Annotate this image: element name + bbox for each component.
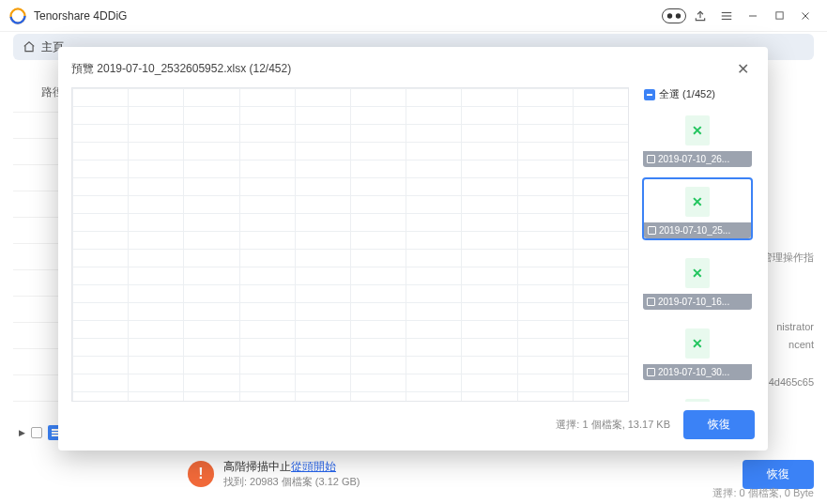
share-icon[interactable] [688, 4, 712, 28]
thumbnail-checkbox[interactable] [647, 298, 655, 306]
thumbnail-item[interactable]: 2019-07-10_16... [642, 250, 753, 311]
xlsx-icon [685, 258, 710, 288]
thumbnail-label: 2019-07-10_16... [643, 294, 752, 310]
thumbnail-panel: 全選 (1/452) 2019-07-10_26...2019-07-10_25… [642, 87, 755, 402]
bg-text: ncent [762, 337, 814, 354]
warning-icon: ! [188, 461, 214, 487]
thumbnail-checkbox[interactable] [647, 155, 655, 163]
modal-footer: 選擇: 1 個檔案, 13.17 KB 恢復 [71, 402, 755, 439]
preview-modal: 預覽 2019-07-10_2532605952.xlsx (12/452) ✕… [58, 47, 768, 451]
robot-icon[interactable] [662, 4, 686, 28]
thumbnail-checkbox[interactable] [648, 226, 656, 235]
thumbnail-list[interactable]: 2019-07-10_26...2019-07-10_25...2019-07-… [642, 107, 755, 402]
xlsx-icon [685, 399, 710, 402]
select-all-row[interactable]: 全選 (1/452) [642, 87, 755, 101]
xlsx-icon [685, 115, 710, 145]
bg-right-column: 管理操作指 nistrator ncent 4d465c65 [762, 250, 814, 443]
selection-summary: 選擇: 0 個檔案, 0 Byte [712, 486, 814, 500]
thumbnail-label: 2019-07-10_26... [643, 151, 752, 167]
thumbnail-label: 2019-07-10_30... [643, 364, 752, 380]
svg-rect-8 [775, 12, 782, 19]
app-logo [9, 8, 26, 24]
maximize-icon[interactable] [767, 4, 791, 28]
scan-info: 高階掃描中止從頭開始 找到: 20983 個檔案 (3.12 GB) [223, 459, 360, 489]
thumbnail-item[interactable]: 2019-07-10_30... [642, 320, 753, 381]
xlsx-icon [685, 328, 710, 359]
svg-point-3 [676, 13, 681, 18]
modal-header: 預覽 2019-07-10_2532605952.xlsx (12/452) ✕ [71, 58, 755, 80]
spreadsheet-preview [71, 87, 629, 402]
bg-text: 4d465c65 [762, 374, 814, 391]
found-count: 找到: 20983 個檔案 (3.12 GB) [223, 475, 360, 489]
spreadsheet-grid [72, 88, 628, 401]
scan-status: 高階掃描中止 [223, 460, 291, 473]
expand-icon[interactable]: ▶ [19, 428, 25, 437]
thumbnail-checkbox[interactable] [647, 368, 655, 376]
select-all-checkbox[interactable] [644, 89, 655, 100]
restart-scan-link[interactable]: 從頭開始 [291, 460, 336, 473]
thumbnail-label: 2019-07-10_25... [644, 222, 751, 238]
home-icon [23, 40, 36, 53]
modal-selection-info: 選擇: 1 個檔案, 13.17 KB [556, 418, 670, 432]
thumbnail-item[interactable]: 2019-07-10_25... [642, 177, 753, 240]
thumbnail-item[interactable] [642, 390, 753, 402]
minimize-icon[interactable] [741, 4, 765, 28]
menu-icon[interactable] [714, 4, 739, 28]
close-icon[interactable] [793, 4, 818, 28]
svg-point-2 [667, 13, 672, 18]
bg-text: nistrator [762, 319, 814, 336]
thumbnail-item[interactable]: 2019-07-10_26... [642, 107, 753, 168]
app-title: Tenorshare 4DDiG [34, 9, 127, 23]
titlebar: Tenorshare 4DDiG [0, 0, 827, 32]
modal-recover-button[interactable]: 恢復 [683, 410, 755, 439]
recover-button[interactable]: 恢復 [743, 460, 814, 489]
bg-text: 管理操作指 [762, 250, 814, 267]
modal-close-icon[interactable]: ✕ [731, 58, 755, 80]
checkbox[interactable] [31, 427, 42, 438]
spreadsheet-scroll[interactable] [72, 88, 628, 401]
modal-title: 預覽 2019-07-10_2532605952.xlsx (12/452) [71, 61, 291, 77]
select-all-label: 全選 (1/452) [659, 87, 715, 101]
xlsx-icon [685, 187, 710, 217]
